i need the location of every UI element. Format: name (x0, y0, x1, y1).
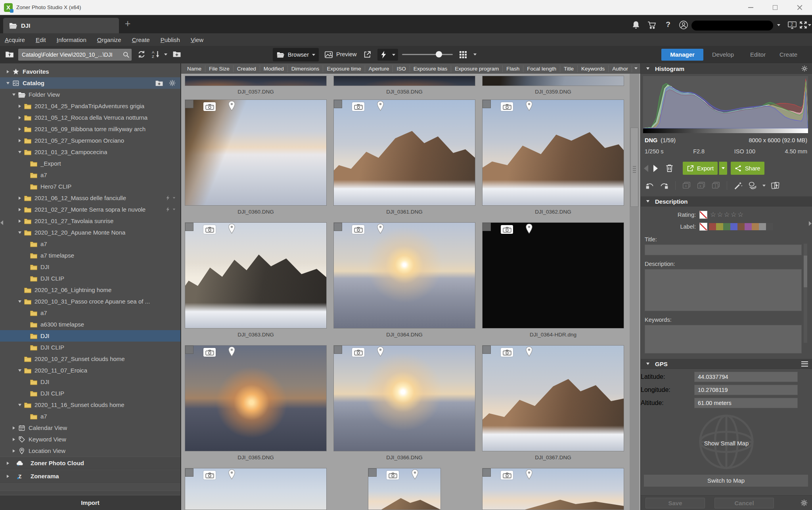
tab-dji[interactable]: DJI (3, 18, 119, 33)
sidebar-item-2020-12-20-apuane-monte-nona[interactable]: 2020_12_20_Apuane Monte Nona (0, 227, 180, 238)
gps-pin-icon[interactable] (228, 101, 236, 111)
sidebar-item-a7[interactable]: a7 (0, 238, 180, 250)
label-swatch[interactable] (745, 223, 752, 230)
expander-icon[interactable] (5, 475, 11, 478)
expander-icon[interactable] (17, 404, 23, 406)
stack-add-icon[interactable]: + (682, 181, 691, 190)
camera-info-icon[interactable] (203, 348, 216, 357)
column-header-modified[interactable]: Modified (260, 65, 288, 72)
description-header[interactable]: Description (641, 196, 812, 206)
gps-pin-icon[interactable] (377, 101, 384, 111)
sidebar-item-hero7-clip[interactable]: Hero7 CLIP (0, 181, 180, 192)
camera-info-icon[interactable] (501, 102, 513, 111)
gps-pin-icon[interactable] (525, 469, 533, 480)
expander-icon[interactable] (17, 231, 23, 234)
sidebar-item-2021-01-27-tavolaia-sunrise[interactable]: 2021_01_27_Tavolaia sunrise (0, 215, 180, 227)
sidebar-item-zoner-photo-cloud[interactable]: Zoner Photo Cloud (0, 457, 180, 470)
photo-thumbnail-dji-0364-dng[interactable] (334, 223, 475, 328)
no-rating-icon[interactable] (699, 211, 707, 219)
maximize-button[interactable] (763, 0, 787, 15)
import-button[interactable]: Import (0, 495, 180, 510)
menu-edit[interactable]: Edit (36, 36, 46, 43)
zoom-slider-knob[interactable] (436, 51, 442, 57)
trash-icon[interactable] (665, 164, 674, 173)
sidebar-item-a7[interactable]: a7 (0, 411, 180, 422)
column-header-keywords[interactable]: Keywords (578, 65, 609, 72)
thumbnail-checkbox[interactable] (483, 223, 491, 231)
expander-icon[interactable] (11, 449, 17, 453)
sort-caret-icon[interactable] (164, 53, 167, 55)
quick-edits-button[interactable] (377, 49, 398, 61)
thumbnail-grid-icon[interactable] (459, 51, 467, 59)
thumbnail-checkbox[interactable] (483, 468, 491, 477)
camera-info-icon[interactable] (203, 471, 216, 479)
thumbnail-checkbox[interactable] (334, 346, 342, 354)
column-header-created[interactable]: Created (234, 65, 260, 72)
column-header-exposure-bias[interactable]: Exposure bias (410, 65, 452, 72)
sidebar-item-2021-05-09-bibbona-torre-milkyway-arch[interactable]: 2021_05_09_Bibbona torre milkyway arch (0, 123, 180, 135)
sidebar-item-dji[interactable]: DJI (0, 261, 180, 273)
gps-menu-icon[interactable] (801, 361, 808, 367)
share-button[interactable]: Share (731, 162, 764, 175)
menu-acquire[interactable]: Acquire (5, 36, 25, 43)
photo-thumbnail-dji-0362-dng[interactable] (483, 100, 624, 205)
thumbnail-checkbox[interactable] (185, 346, 193, 354)
sidebar-item-a6300-timelapse[interactable]: a6300 timelapse (0, 319, 180, 330)
sidebar-collapse-icon[interactable] (0, 220, 3, 225)
preview-image-icon[interactable] (324, 51, 333, 59)
column-header-author[interactable]: Author (609, 65, 632, 72)
account-caret-icon[interactable] (777, 24, 780, 26)
folder-up-icon[interactable] (5, 50, 14, 59)
rotate-right-icon[interactable] (659, 181, 669, 190)
keywords-textarea[interactable] (645, 325, 802, 353)
menu-information[interactable]: Information (57, 36, 86, 43)
gps-pin-icon[interactable] (525, 223, 533, 234)
column-header-dimensions[interactable]: Dimensions (288, 65, 324, 72)
expander-icon[interactable] (17, 139, 23, 142)
photo-thumbnail-dji-0363-dng[interactable] (185, 223, 326, 328)
photo-thumbnail[interactable] (368, 468, 440, 510)
camera-info-icon[interactable] (501, 348, 513, 357)
browser-scrollbar[interactable] (630, 74, 639, 510)
sidebar-item-2021-02-27-monte-serra-sopra-le-nuvole[interactable]: 2021_02_27_Monte Serra sopra le nuvole (0, 204, 180, 215)
thumbnail-checkbox[interactable] (483, 346, 491, 354)
fullscreen-icon[interactable] (799, 20, 808, 30)
rating-stars[interactable]: ☆☆☆☆☆ (710, 210, 744, 219)
photo-thumbnail-dji-0361-dng[interactable] (334, 100, 475, 205)
fullscreen-caret-icon[interactable] (808, 24, 811, 26)
tab-editor[interactable]: Editor (750, 49, 766, 61)
photo-filename[interactable]: DJI_0357.DNG (185, 89, 326, 97)
sidebar-item-2021-06-12-masso-delle-fanciulle[interactable]: 2021_06_12_Masso delle fanciulle (0, 192, 180, 204)
expander-icon[interactable] (5, 82, 11, 84)
column-header-aperture[interactable]: Aperture (365, 65, 393, 72)
camera-info-icon[interactable] (352, 102, 364, 111)
batch-filter-icon[interactable] (748, 181, 758, 190)
sidebar-item-2021-05-12-rocca-della-verruca-notturna[interactable]: 2021_05_12_Rocca della Verruca notturna (0, 112, 180, 123)
sidebar-item-2021-05-27-supermoon-orciano[interactable]: 2021_05_27_Supermoon Orciano (0, 135, 180, 146)
latitude-input[interactable] (694, 372, 798, 382)
tab-manager[interactable]: Manager (661, 49, 703, 61)
batch-filter-caret-icon[interactable] (762, 185, 766, 187)
photo-filename[interactable]: DJI_0364-HDR.dng (483, 332, 624, 340)
camera-info-icon[interactable] (501, 471, 513, 479)
column-header-exposure-time[interactable]: Exposure time (323, 65, 365, 72)
shop-cart-icon[interactable] (647, 20, 657, 30)
column-header-file-size[interactable]: File Size (205, 65, 234, 72)
camera-info-icon[interactable] (352, 225, 364, 234)
quick-edits-icon[interactable] (733, 181, 743, 190)
gps-pin-icon[interactable] (525, 101, 533, 111)
sidebar-item-2020-11-07-eroica[interactable]: 2020_11_07_Eroica (0, 365, 180, 376)
stack-one-icon[interactable]: 1 (711, 181, 721, 190)
no-label-icon[interactable] (699, 223, 707, 231)
thumbnail-checkbox[interactable] (334, 223, 342, 231)
minimize-button[interactable] (738, 0, 763, 15)
sort-az-icon[interactable]: AZ (151, 50, 161, 59)
sidebar-item-2020-11-16-sunset-clouds-home[interactable]: 2020_11_16_Sunset clouds home (0, 399, 180, 411)
menu-create[interactable]: Create (132, 36, 150, 43)
camera-info-icon[interactable] (203, 102, 216, 111)
thumbnail-checkbox[interactable] (185, 223, 193, 231)
close-button[interactable] (787, 0, 812, 15)
sidebar-item-folder-view[interactable]: Folder View (0, 89, 180, 100)
sidebar-item-export[interactable]: _Export (0, 158, 180, 169)
path-input[interactable] (18, 49, 132, 61)
